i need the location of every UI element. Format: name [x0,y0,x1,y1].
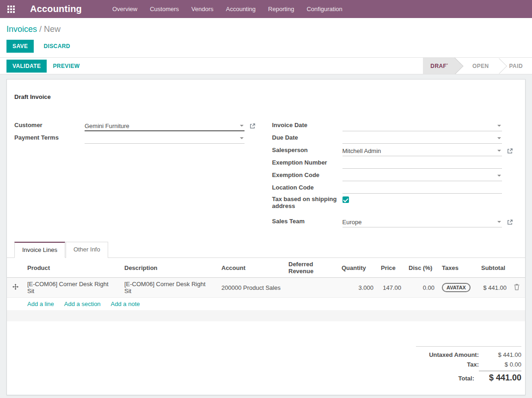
notebook-tabs: Invoice Lines Other Info [7,241,525,258]
tax-value: $ 0.00 [479,361,521,368]
cell-taxes[interactable]: AVATAX [438,278,477,298]
tab-other-info[interactable]: Other Info [66,242,108,258]
cell-quantity[interactable]: 3.000 [338,278,377,298]
col-price[interactable]: Price [377,258,405,278]
location-code-input[interactable] [342,183,502,194]
control-panel: Invoices / New SAVE DISCARD [0,18,532,57]
statusbar-row: VALIDATE PREVIEW DRAFT OPEN PAID [0,57,532,74]
cell-price[interactable]: 147.00 [377,278,405,298]
external-link-icon[interactable] [507,219,513,225]
preview-button[interactable]: PREVIEW [47,60,86,73]
chevron-down-icon[interactable] [497,150,501,152]
chevron-down-icon[interactable] [497,221,501,223]
cell-disc[interactable]: 0.00 [405,278,438,298]
breadcrumb-separator: / [39,24,44,34]
untaxed-amount-row: Untaxed Amount: $ 441.00 [416,350,521,360]
cell-product[interactable]: [E-COM06] Corner Desk Right Sit [24,278,121,298]
menu-configuration[interactable]: Configuration [306,6,342,12]
tax-shipping-checkbox[interactable] [342,196,349,203]
field-exemption-code: Exemption Code [272,169,518,181]
payment-terms-input[interactable] [85,133,245,144]
form-left-column: Customer Gemini Furniture Payment Terms [14,119,260,144]
salesperson-label: Salesperson [272,147,342,156]
discard-button[interactable]: DISCARD [37,40,76,53]
exemption-number-input[interactable] [342,158,502,169]
external-link-icon[interactable] [507,148,513,154]
table-header-row: Product Description Account Deferred Rev… [7,258,525,278]
untaxed-amount-value: $ 441.00 [479,351,521,358]
payment-terms-label: Payment Terms [14,134,85,144]
add-a-section-link[interactable]: Add a section [64,300,101,307]
breadcrumb: Invoices / New [6,24,526,34]
salesperson-input[interactable]: Mitchell Admin [342,146,502,156]
field-tax-shipping: Tax based on shipping address [272,194,518,215]
invoice-date-label: Invoice Date [272,122,342,131]
chevron-down-icon[interactable] [497,137,501,139]
save-button[interactable]: SAVE [6,40,34,53]
field-location-code: Location Code [272,181,518,194]
tax-shipping-label: Tax based on shipping address [272,194,342,212]
status-pipeline: DRAFT OPEN PAID [423,58,532,74]
menu-accounting[interactable]: Accounting [226,6,256,12]
total-value: $ 441.00 [489,373,521,382]
invoice-date-input[interactable] [342,121,502,131]
col-account[interactable]: Account [218,258,285,278]
sales-team-input[interactable]: Europe [342,217,502,227]
page-title: Draft Invoice [14,93,518,100]
apps-grid-icon[interactable] [7,6,15,13]
cell-account[interactable]: 200000 Product Sales [218,278,285,298]
col-product[interactable]: Product [24,258,121,278]
col-taxes[interactable]: Taxes [438,258,477,278]
drag-handle-icon[interactable] [12,284,18,290]
tax-row: Tax: $ 0.00 [416,360,521,369]
chevron-down-icon[interactable] [240,125,244,127]
chevron-down-icon[interactable] [240,137,244,139]
chevron-down-icon[interactable] [497,175,501,177]
cell-description[interactable]: [E-COM06] Corner Desk Right Sit [121,278,218,298]
status-paid[interactable]: PAID [502,58,530,74]
tax-badge[interactable]: AVATAX [442,283,471,292]
tax-label: Tax: [467,361,479,368]
chevron-down-icon[interactable] [497,125,501,127]
col-quantity[interactable]: Quantity [338,258,377,278]
record-actions: SAVE DISCARD [6,40,526,53]
cell-deferred-revenue[interactable] [285,278,338,298]
status-draft[interactable]: DRAFT [423,58,455,74]
table-row[interactable]: [E-COM06] Corner Desk Right Sit [E-COM06… [7,278,525,298]
form-view-background: Draft Invoice Customer Gemini Furniture [0,74,532,398]
menu-reporting[interactable]: Reporting [268,6,294,12]
exemption-code-label: Exemption Code [272,171,342,181]
sales-team-label: Sales Team [272,218,342,227]
form-right-column: Invoice Date Due Date [272,119,518,227]
menu-overview[interactable]: Overview [112,6,137,12]
col-deferred-revenue[interactable]: Deferred Revenue [285,258,338,278]
validate-button[interactable]: VALIDATE [6,60,47,73]
external-link-icon[interactable] [250,123,256,129]
field-exemption-number: Exemption Number [272,156,518,169]
menu-vendors[interactable]: Vendors [191,6,214,12]
total-row: Total: $ 441.00 [416,369,521,384]
cell-subtotal: $ 441.00 [477,278,510,298]
menu-customers[interactable]: Customers [150,6,179,12]
tab-invoice-lines[interactable]: Invoice Lines [14,242,65,258]
field-customer: Customer Gemini Furniture [14,119,260,131]
totals-block: Untaxed Amount: $ 441.00 Tax: $ 0.00 Tot… [416,346,521,384]
field-invoice-date: Invoice Date [272,119,518,131]
trash-icon[interactable] [514,284,520,290]
customer-input[interactable]: Gemini Furniture [85,121,245,131]
due-date-label: Due Date [272,134,342,144]
form-fields: Customer Gemini Furniture Payment Terms [14,119,518,227]
due-date-input[interactable] [342,133,502,144]
col-subtotal[interactable]: Subtotal [477,258,510,278]
main-menu: Overview Customers Vendors Accounting Re… [112,6,342,12]
invoice-sheet: Draft Invoice Customer Gemini Furniture [6,79,526,395]
add-a-line-link[interactable]: Add a line [27,300,54,307]
breadcrumb-invoices[interactable]: Invoices [6,24,37,34]
add-a-note-link[interactable]: Add a note [111,300,140,307]
app-title[interactable]: Accounting [30,4,82,14]
customer-label: Customer [14,122,85,131]
exemption-code-input[interactable] [342,171,502,181]
untaxed-amount-label: Untaxed Amount: [429,351,479,358]
col-disc[interactable]: Disc (%) [405,258,438,278]
col-description[interactable]: Description [121,258,218,278]
